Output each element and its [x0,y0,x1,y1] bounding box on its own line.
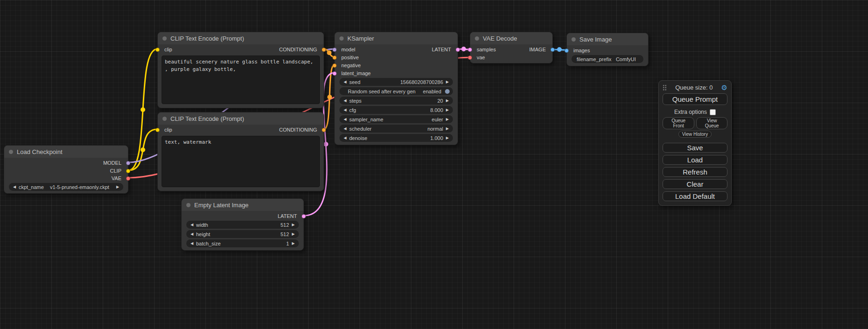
toggle-indicator[interactable] [445,89,450,94]
decrement-arrow-icon[interactable]: ◀ [12,185,17,189]
decrement-arrow-icon[interactable]: ◀ [343,108,347,112]
output-label-clip: CLIP [110,167,121,175]
output-port-clip[interactable] [126,169,130,173]
output-port-vae[interactable] [126,176,130,181]
seed-widget[interactable]: ◀ seed 156680208700286 ▶ [339,78,453,86]
node-title-bar[interactable]: VAE Decode [470,32,552,44]
save-button[interactable]: Save [663,143,727,153]
node-title-bar[interactable]: KSampler [335,32,458,44]
widget-label: seed [349,79,360,85]
output-port-image[interactable] [550,48,555,52]
filename-prefix-widget[interactable]: filename_prefix ComfyUI [572,55,643,63]
output-port-latent[interactable] [456,48,460,52]
load-default-button[interactable]: Load Default [663,191,727,201]
increment-arrow-icon[interactable]: ▶ [445,108,450,112]
wire-clip-to-negative-prompt [128,129,157,170]
input-label-clip: clip [164,46,172,54]
collapse-dot[interactable] [186,203,191,207]
widget-label: sampler_name [349,117,383,122]
input-port-negative[interactable] [332,63,337,68]
output-port-conditioning[interactable] [322,48,326,52]
widget-label: filename_prefix [577,56,612,62]
node-clip-text-encode-negative[interactable]: CLIP Text Encode (Prompt) clip CONDITION… [157,112,324,191]
link-midpoint-dot [327,95,332,99]
increment-arrow-icon[interactable]: ▶ [445,98,450,103]
decrement-arrow-icon[interactable]: ◀ [343,80,347,84]
widget-value: normal [372,126,443,132]
node-title-bar[interactable]: CLIP Text Encode (Prompt) [158,32,324,44]
increment-arrow-icon[interactable]: ▶ [445,80,450,84]
width-widget[interactable]: ◀ width 512 ▶ [186,221,299,229]
output-port-latent[interactable] [302,214,306,218]
node-title-bar[interactable]: Save Image [567,33,648,45]
increment-arrow-icon[interactable]: ▶ [445,136,450,140]
denoise-widget[interactable]: ◀ denoise 1.000 ▶ [339,134,453,142]
node-title-bar[interactable]: CLIP Text Encode (Prompt) [158,112,324,125]
scheduler-widget[interactable]: ◀ scheduler normal ▶ [339,125,453,133]
node-vae-decode[interactable]: VAE Decode samples IMAGE vae [470,32,553,63]
input-port-latent-image[interactable] [332,71,337,76]
cfg-widget[interactable]: ◀ cfg 8.000 ▶ [339,106,453,114]
collapse-dot[interactable] [339,36,344,41]
increment-arrow-icon[interactable]: ▶ [291,232,296,236]
view-queue-button[interactable]: View Queue [696,117,727,129]
node-ksampler[interactable]: KSampler model LATENT positive negative … [334,32,458,145]
input-port-vae[interactable] [468,56,472,60]
queue-prompt-button[interactable]: Queue Prompt [663,93,727,105]
widget-label: Random seed after every gen [348,89,416,94]
increment-arrow-icon[interactable]: ▶ [445,117,450,121]
decrement-arrow-icon[interactable]: ◀ [343,117,347,121]
input-port-images[interactable] [565,49,569,53]
increment-arrow-icon[interactable]: ▶ [115,185,120,189]
input-label-clip: clip [164,126,172,134]
increment-arrow-icon[interactable]: ▶ [291,223,296,227]
random-seed-toggle[interactable]: Random seed after every gen enabled [339,87,453,95]
node-title-bar[interactable]: Load Checkpoint [4,146,128,158]
input-port-model[interactable] [332,48,337,52]
link-midpoint-dot [327,50,332,55]
node-empty-latent-image[interactable]: Empty Latent Image LATENT ◀ width 512 ▶ … [181,198,304,251]
load-button[interactable]: Load [663,155,727,165]
widget-value: 1 [221,241,289,246]
decrement-arrow-icon[interactable]: ◀ [343,136,347,140]
decrement-arrow-icon[interactable]: ◀ [190,241,194,245]
node-clip-text-encode-positive[interactable]: CLIP Text Encode (Prompt) clip CONDITION… [157,32,324,108]
collapse-dot[interactable] [572,37,576,42]
increment-arrow-icon[interactable]: ▶ [291,241,296,245]
input-port-clip[interactable] [155,48,160,52]
decrement-arrow-icon[interactable]: ◀ [190,223,194,227]
clear-button[interactable]: Clear [663,179,727,189]
collapse-dot[interactable] [475,36,479,41]
input-port-positive[interactable] [332,56,337,60]
decrement-arrow-icon[interactable]: ◀ [343,126,347,131]
input-port-clip[interactable] [155,128,160,132]
output-port-conditioning[interactable] [322,128,326,132]
output-label-model: MODEL [103,159,121,167]
drag-handle-icon[interactable] [663,84,667,91]
collapse-dot[interactable] [162,36,167,41]
node-load-checkpoint[interactable]: Load Checkpoint MODEL CLIP VAE ◀ ckpt_na… [4,145,128,194]
batch-size-widget[interactable]: ◀ batch_size 1 ▶ [186,239,299,247]
node-graph-canvas[interactable]: Load Checkpoint MODEL CLIP VAE ◀ ckpt_na… [0,0,868,329]
increment-arrow-icon[interactable]: ▶ [445,126,450,131]
settings-gear-icon[interactable]: ⚙ [721,84,727,91]
decrement-arrow-icon[interactable]: ◀ [343,98,347,103]
input-port-samples[interactable] [468,48,472,52]
height-widget[interactable]: ◀ height 512 ▶ [186,230,299,238]
collapse-dot[interactable] [9,150,13,154]
steps-widget[interactable]: ◀ steps 20 ▶ [339,97,453,105]
collapse-dot[interactable] [162,117,167,121]
node-title-bar[interactable]: Empty Latent Image [182,199,303,211]
negative-prompt-textarea[interactable]: text, watermark [162,136,320,187]
node-save-image[interactable]: Save Image images filename_prefix ComfyU… [566,33,649,66]
view-history-button[interactable]: View History [678,131,712,138]
output-port-model[interactable] [126,161,130,165]
decrement-arrow-icon[interactable]: ◀ [190,232,194,236]
refresh-button[interactable]: Refresh [663,167,727,177]
extra-options-checkbox[interactable] [710,109,716,115]
widget-label: width [196,222,208,228]
ckpt-name-widget[interactable]: ◀ ckpt_name v1-5-pruned-emaonly.ckpt ▶ [9,183,123,191]
sampler-name-widget[interactable]: ◀ sampler_name euler ▶ [339,115,453,123]
queue-front-button[interactable]: Queue Front [663,117,694,129]
positive-prompt-textarea[interactable]: beautiful scenery nature glass bottle la… [162,56,320,104]
